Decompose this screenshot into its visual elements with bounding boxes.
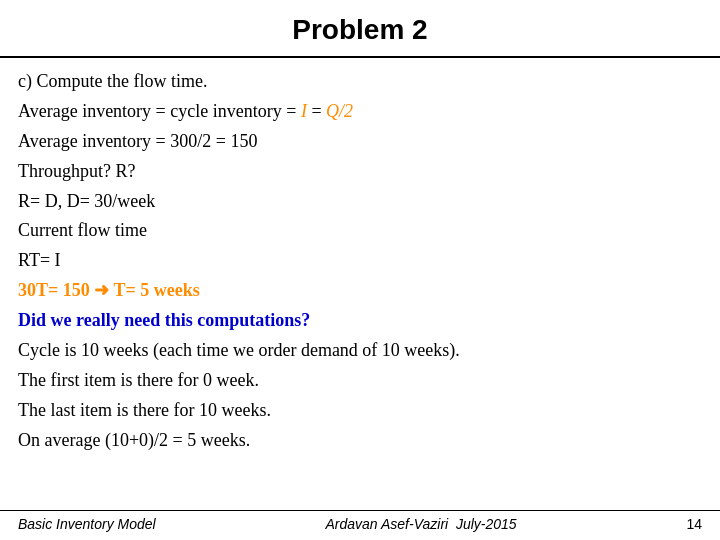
line-11-text: The first item is there for 0 week. (18, 370, 259, 390)
line-10: Cycle is 10 weeks (each time we order de… (18, 337, 702, 365)
line-9-text: Did we really need this computations? (18, 310, 310, 330)
line-6: Current flow time (18, 217, 702, 245)
line-8-part1: 30T= 150 (18, 280, 94, 300)
line-2: Average inventory = cycle inventory = I … (18, 98, 702, 126)
footer-center: Ardavan Asef-Vaziri July-2015 (325, 516, 516, 532)
footer-left: Basic Inventory Model (18, 516, 156, 532)
line-2-text-plain: Average inventory = cycle inventory = (18, 101, 301, 121)
line-8-arrow: ➜ (94, 280, 113, 300)
line-11: The first item is there for 0 week. (18, 367, 702, 395)
line-8: 30T= 150 ➜ T= 5 weeks (18, 277, 702, 305)
line-9: Did we really need this computations? (18, 307, 702, 335)
line-5: R= D, D= 30/week (18, 188, 702, 216)
line-10-text: Cycle is 10 weeks (each time we order de… (18, 340, 460, 360)
line-7: RT= I (18, 247, 702, 275)
line-2-italic2: Q/2 (326, 101, 353, 121)
footer: Basic Inventory Model Ardavan Asef-Vazir… (0, 510, 720, 540)
slide-title: Problem 2 (292, 14, 427, 45)
line-4: Throughput? R? (18, 158, 702, 186)
footer-page: 14 (686, 516, 702, 532)
line-2-equals: = (307, 101, 326, 121)
line-8-part2: T= 5 weeks (113, 280, 199, 300)
line-1-text: c) Compute the flow time. (18, 71, 207, 91)
line-4-text: Throughput? R? (18, 161, 135, 181)
line-7-text: RT= I (18, 250, 61, 270)
line-13: On average (10+0)/2 = 5 weeks. (18, 427, 702, 455)
line-12: The last item is there for 10 weeks. (18, 397, 702, 425)
title-area: Problem 2 (0, 0, 720, 58)
slide-container: Problem 2 c) Compute the flow time. Aver… (0, 0, 720, 540)
line-12-text: The last item is there for 10 weeks. (18, 400, 271, 420)
line-3-text: Average inventory = 300/2 = 150 (18, 131, 257, 151)
line-5-text: R= D, D= 30/week (18, 191, 155, 211)
line-3: Average inventory = 300/2 = 150 (18, 128, 702, 156)
content-area: c) Compute the flow time. Average invent… (0, 58, 720, 510)
line-6-text: Current flow time (18, 220, 147, 240)
line-13-text: On average (10+0)/2 = 5 weeks. (18, 430, 250, 450)
line-1: c) Compute the flow time. (18, 68, 702, 96)
